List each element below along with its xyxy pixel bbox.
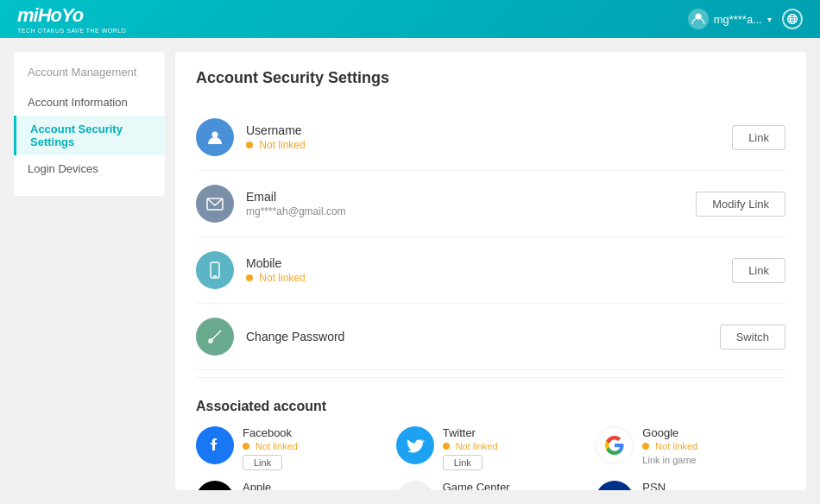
user-menu[interactable]: mg****a... ▾ <box>688 9 772 29</box>
mobile-info: Mobile Not linked <box>246 256 732 284</box>
mobile-label: Mobile <box>246 256 732 270</box>
assoc-item-apple: Apple Not linked Link in game <box>196 481 386 490</box>
associated-section-title: Associated account <box>196 399 785 414</box>
username-link-button[interactable]: Link <box>732 125 785 150</box>
email-label: Email <box>246 190 696 204</box>
password-label: Change Password <box>246 330 720 343</box>
google-info: Google Not linked Link in game <box>642 426 697 465</box>
twitter-status: Not linked <box>443 441 498 451</box>
not-linked-dot <box>642 443 649 450</box>
security-item-email: Email mg****ah@gmail.com Modify Link <box>196 171 785 237</box>
not-linked-dot <box>243 443 249 450</box>
facebook-status: Not linked <box>243 441 298 451</box>
assoc-item-google: Google Not linked Link in game <box>596 426 785 470</box>
username-label: Username <box>246 123 732 137</box>
sidebar-item-login-devices[interactable]: Login Devices <box>14 155 165 182</box>
not-linked-dot <box>443 443 450 450</box>
page-title: Account Security Settings <box>196 69 785 87</box>
associated-grid: Facebook Not linked Link <box>196 426 785 490</box>
google-icon <box>596 426 634 464</box>
content-area: Account Security Settings Username Not l… <box>175 52 806 490</box>
twitter-name: Twitter <box>443 426 498 439</box>
language-icon[interactable] <box>782 9 803 29</box>
svg-point-6 <box>212 132 218 138</box>
mobile-link-button[interactable]: Link <box>732 258 785 283</box>
security-item-password: Change Password Switch <box>196 304 785 370</box>
logo-text: miHoYo <box>17 4 83 26</box>
assoc-item-psn: PSN Not linked Link in game <box>596 481 785 490</box>
user-avatar-icon <box>688 9 709 29</box>
chevron-down-icon: ▾ <box>767 15 772 24</box>
svg-line-11 <box>209 331 221 343</box>
assoc-item-gamecenter: Game Center Not linked Link in game <box>396 481 586 490</box>
email-status: mg****ah@gmail.com <box>246 205 696 217</box>
main-content: Account Management Account Information A… <box>0 38 820 504</box>
security-item-username: Username Not linked Link <box>196 104 785 171</box>
header: miHoYo TECH OTAKUS SAVE THE WORLD mg****… <box>0 0 820 38</box>
username-status: Not linked <box>246 139 732 151</box>
sidebar-item-account-info[interactable]: Account Information <box>14 89 165 116</box>
facebook-link-button[interactable]: Link <box>243 455 282 470</box>
facebook-icon <box>196 426 234 464</box>
assoc-item-facebook: Facebook Not linked Link <box>196 426 386 470</box>
sidebar: Account Management Account Information A… <box>14 52 165 196</box>
gamecenter-icon <box>396 481 434 490</box>
google-link-text: Link in game <box>642 455 697 465</box>
security-item-mobile: Mobile Not linked Link <box>196 237 785 304</box>
twitter-icon <box>396 426 434 464</box>
twitter-link-button[interactable]: Link <box>443 455 483 470</box>
username-icon <box>196 118 234 156</box>
gamecenter-info: Game Center Not linked Link in game <box>443 481 510 490</box>
header-right: mg****a... ▾ <box>688 9 803 29</box>
not-linked-dot <box>246 142 253 148</box>
assoc-item-twitter: Twitter Not linked Link <box>396 426 586 470</box>
sidebar-section-title: Account Management <box>14 66 165 89</box>
password-switch-button[interactable]: Switch <box>720 324 785 350</box>
apple-name: Apple <box>243 481 298 490</box>
facebook-info: Facebook Not linked Link <box>243 426 298 470</box>
password-icon <box>196 318 234 356</box>
psn-name: PSN <box>642 481 697 490</box>
username-label: mg****a... <box>714 13 762 26</box>
twitter-info: Twitter Not linked Link <box>443 426 498 470</box>
username-info: Username Not linked <box>246 123 732 151</box>
logo-sub: TECH OTAKUS SAVE THE WORLD <box>17 28 126 34</box>
email-modify-button[interactable]: Modify Link <box>696 192 785 217</box>
email-info: Email mg****ah@gmail.com <box>246 190 696 217</box>
password-info: Change Password <box>246 330 720 343</box>
logo: miHoYo TECH OTAKUS SAVE THE WORLD <box>17 4 126 34</box>
psn-icon <box>596 481 634 490</box>
facebook-name: Facebook <box>243 426 298 439</box>
apple-icon <box>196 481 234 490</box>
psn-info: PSN Not linked Link in game <box>642 481 697 490</box>
google-name: Google <box>642 426 697 439</box>
mobile-icon <box>196 251 234 289</box>
not-linked-dot <box>246 274 253 281</box>
sidebar-item-account-security[interactable]: Account Security Settings <box>14 116 165 155</box>
google-status: Not linked <box>642 441 697 451</box>
email-icon <box>196 185 234 223</box>
apple-info: Apple Not linked Link in game <box>243 481 298 490</box>
mobile-status: Not linked <box>246 272 732 284</box>
gamecenter-name: Game Center <box>443 481 510 490</box>
